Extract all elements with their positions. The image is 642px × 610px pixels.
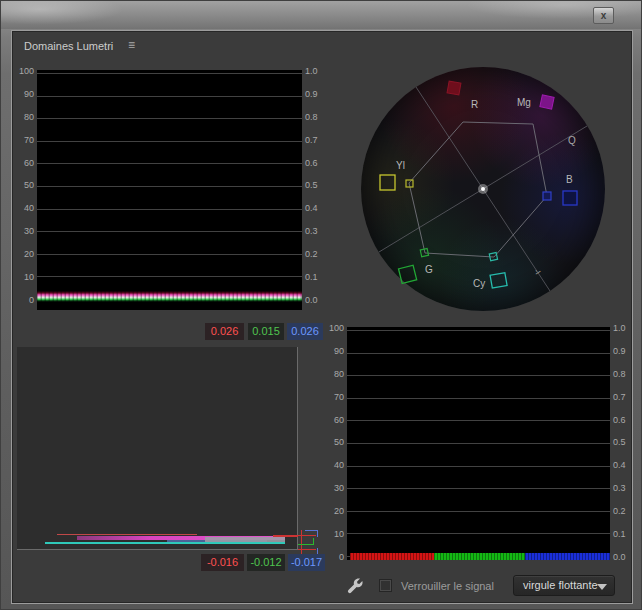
gridline	[347, 443, 610, 444]
cy-target-box	[490, 273, 507, 288]
histogram-max-green: 0.015	[248, 323, 284, 340]
panel-title: Domaines Lumetri	[24, 40, 113, 52]
gridline	[347, 375, 610, 376]
scale-tick: 0.4	[613, 460, 635, 471]
waveform-bottom-right-scale: 1.00.90.80.70.60.50.40.30.20.10.0	[613, 323, 635, 563]
histogram-clip-red-vert	[301, 530, 302, 555]
waveform-bottom-left-scale: 1009080706050403020100	[321, 323, 344, 563]
label-r: R	[471, 99, 478, 110]
scale-tick: 0.7	[305, 135, 329, 146]
scale-tick: 1.0	[305, 66, 329, 77]
scale-tick: 50	[321, 437, 344, 448]
display-mode-value: virgule flottante	[523, 579, 598, 591]
scale-tick: 0.1	[613, 529, 635, 540]
lumetri-scopes-panel: Domaines Lumetri ≡ 100908070605040302010…	[12, 31, 632, 603]
scale-tick: 90	[13, 89, 34, 100]
scale-tick: 0.8	[305, 112, 329, 123]
panel-menu-icon[interactable]: ≡	[128, 38, 135, 52]
scale-tick: 80	[13, 112, 34, 123]
histogram-clip-blue-top-tick	[317, 530, 318, 537]
histogram-trace-red-right	[273, 535, 298, 537]
scale-tick: 0.6	[305, 158, 329, 169]
histogram-max-red: 0.026	[205, 323, 244, 340]
scale-tick: 80	[321, 369, 344, 380]
chevron-down-icon	[597, 584, 607, 590]
gridline	[37, 118, 302, 119]
close-button[interactable]: x	[593, 7, 614, 24]
histogram-clip-red-top	[298, 535, 316, 536]
scale-tick: 40	[321, 460, 344, 471]
scale-tick: 90	[321, 346, 344, 357]
lock-signal-label: Verrouiller le signal	[401, 580, 494, 592]
scale-tick: 100	[13, 66, 34, 77]
gridline	[37, 209, 302, 210]
vectorscope-hexagon	[409, 122, 547, 257]
gridline	[37, 186, 302, 187]
scale-tick: 10	[13, 272, 34, 283]
waveform-top-plot[interactable]	[37, 70, 302, 310]
label-yl: Yl	[396, 160, 405, 171]
gridline	[37, 254, 302, 255]
scale-tick: 0.5	[305, 180, 329, 191]
signal-dot	[481, 187, 485, 191]
histogram-max-blue: 0.026	[287, 323, 323, 340]
histogram-clip-red-bottom	[298, 549, 316, 550]
gridline	[37, 96, 302, 97]
gridline	[347, 330, 610, 331]
scale-tick: 0	[13, 295, 34, 306]
waveform-bottom-plot[interactable]	[347, 327, 610, 560]
settings-wrench-icon[interactable]	[346, 577, 365, 596]
scale-tick: 70	[13, 135, 34, 146]
label-cy: Cy	[473, 278, 485, 289]
waveform-top-trace	[37, 291, 302, 302]
scale-tick: 60	[13, 158, 34, 169]
gridline	[347, 466, 610, 467]
parade-green-trace	[434, 553, 525, 560]
mg-target-box	[540, 95, 554, 109]
window-titlebar[interactable]	[1, 1, 641, 29]
parade-blue-trace	[525, 553, 610, 560]
waveform-top-right-scale: 1.00.90.80.70.60.50.40.30.20.10.0	[305, 66, 329, 306]
gridline	[37, 141, 302, 142]
scale-tick: 0.5	[613, 437, 635, 448]
scale-tick: 30	[321, 483, 344, 494]
gridline	[347, 511, 610, 512]
histogram-trace-cyan	[45, 542, 285, 544]
scale-tick: 0.0	[305, 295, 329, 306]
label-q: Q	[568, 135, 576, 146]
scale-tick: 30	[13, 226, 34, 237]
waveform-bottom-gridlines	[347, 330, 610, 557]
lock-signal-checkbox[interactable]	[379, 579, 392, 592]
scale-tick: 40	[13, 203, 34, 214]
gridline	[37, 163, 302, 164]
gridline	[347, 488, 610, 489]
histogram-clip-green-tick	[313, 538, 314, 545]
histogram-clip-green-line	[298, 544, 314, 545]
scale-tick: 0.1	[305, 272, 329, 283]
display-mode-dropdown[interactable]: virgule flottante	[513, 575, 615, 596]
scale-tick: 0.7	[613, 392, 635, 403]
scale-tick: 100	[321, 323, 344, 334]
label-g: G	[425, 264, 433, 275]
scale-tick: 0.2	[305, 249, 329, 260]
histogram-min-blue: -0.017	[288, 554, 325, 571]
vectorscope-graticule: R Mg Q B Yl G Cy -I	[361, 67, 605, 311]
scale-tick: 0.8	[613, 369, 635, 380]
gridline	[347, 398, 610, 399]
scale-tick: 10	[321, 529, 344, 540]
gridline	[37, 73, 302, 74]
gridline	[347, 420, 610, 421]
histogram-plot[interactable]	[17, 347, 298, 550]
yl-target-box	[380, 175, 395, 190]
label-mg: Mg	[517, 97, 531, 108]
label-b: B	[566, 174, 573, 185]
gridline	[347, 353, 610, 354]
gridline	[37, 231, 302, 232]
waveform-top-gridlines	[37, 73, 302, 300]
waveform-top-left-scale: 1009080706050403020100	[13, 66, 34, 306]
parade-red-trace	[350, 553, 434, 560]
vectorscope[interactable]: R Mg Q B Yl G Cy -I	[361, 67, 605, 311]
scale-tick: 60	[321, 415, 344, 426]
histogram-trace-red-thin	[57, 534, 197, 535]
histogram-min-green: -0.012	[247, 554, 285, 571]
